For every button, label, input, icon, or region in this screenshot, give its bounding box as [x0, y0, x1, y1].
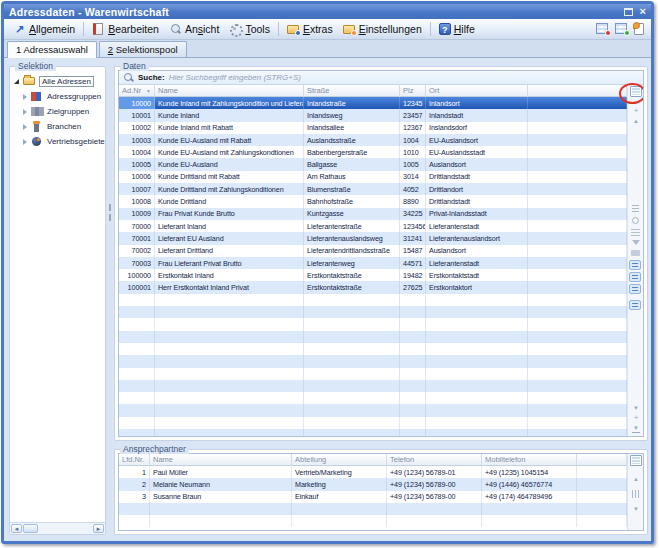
table-row[interactable]: 70000Lieferant InlandLieferantenstraße12… [119, 220, 627, 232]
column-header-empty[interactable] [577, 454, 627, 466]
menu-allgemein[interactable]: ↗ Allgemein [8, 21, 80, 37]
menu-hilfe[interactable]: ? Hilfe [434, 21, 480, 37]
scroll-up-icon[interactable]: ▲ [628, 118, 644, 125]
table-cell: 10006 [119, 171, 155, 183]
horizontal-scrollbar[interactable]: ◄ ► [10, 522, 105, 534]
collapsed-arrow-icon[interactable] [21, 109, 28, 115]
menu-bearbeiten[interactable]: Bearbeiten [87, 21, 164, 37]
table-row[interactable]: 10005Kunde EU-AuslandBallgasse1005Auslan… [119, 158, 627, 170]
collapse-icon[interactable] [632, 102, 639, 103]
daten-rows: 10000Kunde Inland mit Zahlungskondition … [119, 97, 627, 436]
close-button[interactable]: × [640, 7, 646, 16]
table-row[interactable]: 10008Kunde DrittlandBahnhofstraße8890Dri… [119, 195, 627, 207]
table-cell: 1005 [400, 158, 426, 170]
table-row[interactable]: 10003Kunde EU-Ausland mit RabattAuslands… [119, 134, 627, 146]
folder-open-icon [23, 76, 36, 87]
table-row[interactable]: 70001Lieferant EU AuslandLieferantenausl… [119, 232, 627, 244]
list-button-icon[interactable] [629, 272, 641, 282]
table-row[interactable]: 10006Kunde Drittland mit RabattAm Rathau… [119, 171, 627, 183]
table-export-icon[interactable] [596, 23, 609, 35]
list-button-icon[interactable] [629, 284, 641, 294]
scroll-up-icon[interactable]: ▲ [628, 476, 644, 483]
table-row[interactable]: 70002Lieferant DrittlandLieferantendritt… [119, 245, 627, 257]
tree-item-vertriebsgebiete[interactable]: Vertriebsgebiete [13, 134, 103, 149]
column-header-Name[interactable]: Name [155, 85, 304, 97]
print-small-icon[interactable] [631, 250, 640, 256]
column-header-Name[interactable]: Name [150, 454, 292, 466]
ansprechpartner-rows: 1Paul MüllerVertrieb/Marketing+49 (1234)… [119, 466, 627, 530]
table-cell: Drittlandstadt [426, 195, 528, 207]
scrollbar-thumb[interactable] [23, 524, 38, 533]
column-header-Mobiltelefon[interactable]: Mobiltelefon [482, 454, 577, 466]
sort-small-icon[interactable] [631, 229, 640, 237]
column-chooser-icon[interactable] [630, 86, 642, 97]
menu-tools[interactable]: Tools [224, 21, 275, 37]
table-row[interactable]: 3Susanne BraunEinkauf+49 (1234) 56789-00… [119, 491, 627, 503]
table-row[interactable]: 10009Frau Privat Kunde BruttoKuntzgasse3… [119, 208, 627, 220]
menu-einstellungen[interactable]: Einstellungen [338, 21, 427, 37]
table-cell [528, 195, 627, 207]
scroll-end-icon[interactable]: ▼ [632, 425, 640, 433]
scroll-down-icon[interactable]: ▼ [628, 405, 644, 412]
scroll-down-icon[interactable]: ▼ [628, 506, 644, 513]
tab-selektionspool[interactable]: 2 Selektionspool [99, 41, 187, 57]
tab-adressauswahl[interactable]: 1 Adressauswahl [7, 41, 97, 58]
search-bar[interactable]: Suche: Hier Suchbegriff eingeben (STRG+S… [119, 71, 643, 85]
table-cell [528, 208, 627, 220]
plus-icon[interactable]: + [628, 107, 644, 115]
table-add-icon[interactable] [615, 23, 628, 35]
collapsed-arrow-icon[interactable] [21, 124, 28, 130]
table-cell: Erstkontaktstraße [304, 269, 400, 281]
table-row[interactable]: 10000Kunde Inland mit Zahlungskondition … [119, 97, 627, 109]
filter-small-icon[interactable] [632, 240, 640, 245]
table-row[interactable]: 100001Herr Erstkontakt Inland PrivatErst… [119, 281, 627, 293]
expanded-arrow-icon[interactable] [13, 79, 20, 84]
table-cell: 70002 [119, 245, 155, 257]
column-header-Abteilung[interactable]: Abteilung [292, 454, 387, 466]
tree-item-zielgruppen[interactable]: Zielgruppen [13, 104, 103, 119]
table-cell: Inlandstadt [426, 109, 528, 121]
collapsed-arrow-icon[interactable] [21, 94, 28, 100]
tree-item-alle-adressen[interactable]: Alle Adressen [13, 74, 103, 89]
table-cell [155, 380, 304, 392]
new-document-icon[interactable] [634, 23, 644, 35]
column-header-Ort[interactable]: Ort [426, 85, 528, 97]
column-header-Ad.Nr[interactable]: Ad.Nr▼ [119, 85, 155, 97]
table-row[interactable]: 10002Kunde Inland mit RabattInlandsallee… [119, 122, 627, 134]
table-cell [426, 318, 528, 330]
menu-ansicht[interactable]: Ansicht [164, 21, 224, 37]
column-header-Telefon[interactable]: Telefon [387, 454, 482, 466]
list-button-icon[interactable] [629, 300, 641, 310]
plus-icon[interactable]: + [628, 414, 644, 422]
column-header-empty[interactable] [528, 85, 627, 97]
column-header-Plz[interactable]: Plz [400, 85, 426, 97]
scroll-right-icon[interactable]: ► [93, 524, 104, 533]
grip-icon[interactable] [632, 490, 640, 498]
search-small-icon[interactable] [632, 217, 639, 224]
table-row[interactable]: 1Paul MüllerVertrieb/Marketing+49 (1234)… [119, 466, 627, 478]
table-row[interactable]: 10004Kunde EU-Ausland mit Zahlungskondti… [119, 146, 627, 158]
table-row[interactable]: 10001Kunde InlandInlandsweg23457Inlandst… [119, 109, 627, 121]
table-row[interactable]: 70003Frau Lieferant Privat BruttoLiefera… [119, 257, 627, 269]
table-row[interactable]: 100000Erstkontakt InlandErstkontaktstraß… [119, 269, 627, 281]
table-row[interactable]: 10007Kunde Drittland mit Zahlungskonditi… [119, 183, 627, 195]
column-chooser-icon[interactable] [630, 455, 642, 466]
tree-item-adressgruppen[interactable]: Adressgruppen [13, 89, 103, 104]
panel-splitter[interactable] [106, 64, 114, 535]
menu-extras[interactable]: Extras [282, 21, 338, 37]
table-cell: 44571 [400, 257, 426, 269]
collapsed-arrow-icon[interactable] [21, 139, 28, 145]
column-header-Lfd.Nr.[interactable]: Lfd.Nr. [119, 454, 150, 466]
table-row[interactable]: 2Melanie NeumannMarketing+49 (1234) 5678… [119, 478, 627, 490]
daten-grid: Suche: Hier Suchbegriff eingeben (STRG+S… [118, 70, 644, 437]
grip-icon[interactable] [632, 205, 639, 213]
tree-item-branchen[interactable]: Branchen [13, 119, 103, 134]
table-cell: 70003 [119, 257, 155, 269]
column-header-Straße[interactable]: Straße [304, 85, 400, 97]
table-cell [400, 404, 426, 416]
scroll-left-icon[interactable]: ◄ [11, 524, 22, 533]
table-cell [400, 355, 426, 367]
restore-button[interactable] [624, 8, 633, 16]
list-button-icon[interactable] [629, 260, 641, 270]
table-cell: Frau Lieferant Privat Brutto [155, 257, 304, 269]
